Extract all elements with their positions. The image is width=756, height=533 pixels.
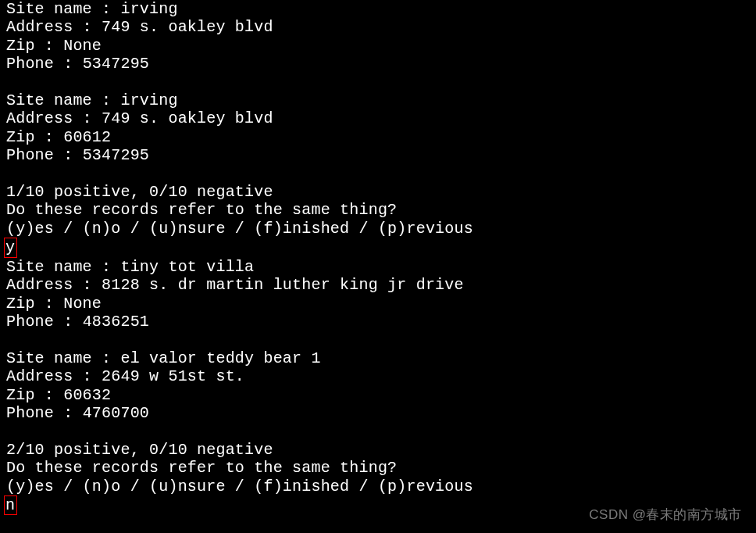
record-line: Zip : 60612 [6, 128, 111, 146]
score-line: 2/10 positive, 0/10 negative [6, 441, 273, 459]
prompt-options: (y)es / (n)o / (u)nsure / (f)inished / (… [6, 478, 473, 495]
record-line: Zip : 60632 [6, 386, 111, 404]
prompt-question: Do these records refer to the same thing… [6, 459, 397, 477]
record-line: Phone : 5347295 [6, 146, 149, 164]
prompt-options: (y)es / (n)o / (u)nsure / (f)inished / (… [6, 220, 473, 238]
user-answer-input[interactable]: n [4, 495, 17, 515]
record-line: Zip : None [6, 295, 102, 313]
record-line: Address : 2649 w 51st st. [6, 367, 244, 385]
record-line: Site name : irving [6, 0, 178, 18]
record-line: Address : 8128 s. dr martin luther king … [6, 276, 464, 294]
user-answer-input[interactable]: y [4, 238, 17, 257]
record-line: Zip : None [6, 37, 102, 55]
record-line: Address : 749 s. oakley blvd [6, 109, 273, 127]
score-line: 1/10 positive, 0/10 negative [6, 183, 273, 201]
record-line: Phone : 4760700 [6, 404, 149, 422]
record-line: Site name : el valor teddy bear 1 [6, 349, 321, 367]
record-line: Phone : 5347295 [6, 55, 149, 73]
record-line: Address : 749 s. oakley blvd [6, 18, 273, 36]
record-line: Site name : tiny tot villa [6, 258, 254, 276]
prompt-question: Do these records refer to the same thing… [6, 201, 397, 219]
terminal-output: Site name : irving Address : 749 s. oakl… [0, 0, 756, 515]
record-line: Site name : irving [6, 91, 178, 109]
record-line: Phone : 4836251 [6, 313, 149, 331]
